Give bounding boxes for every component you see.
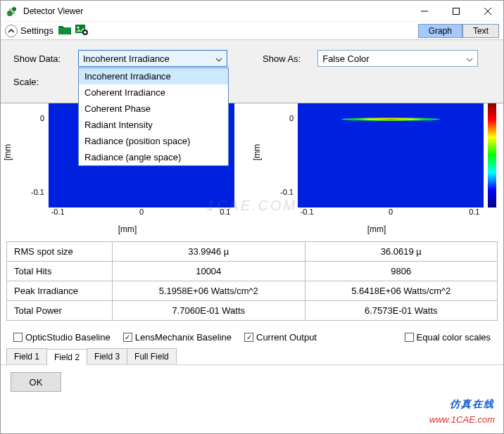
minimize-button[interactable]	[408, 1, 440, 22]
equal-color-scales-checkbox[interactable]: Equal color scales	[405, 332, 491, 343]
tick: 0	[139, 208, 144, 216]
show-data-combobox[interactable]: Incoherent Irradiance Incoherent Irradia…	[78, 50, 227, 67]
dropdown-option[interactable]: Incoherent Irradiance	[79, 68, 228, 84]
chevron-down-icon	[466, 53, 473, 64]
current-output-checkbox[interactable]: Current Output	[244, 332, 317, 343]
tick: 0	[289, 114, 294, 122]
show-as-label: Show As:	[263, 53, 301, 64]
tick: 0	[40, 114, 44, 122]
tick: -0.1	[51, 208, 65, 216]
show-as-value: False Color	[322, 53, 369, 64]
app-icon	[6, 6, 18, 17]
colorbar	[488, 102, 496, 208]
checkbox-label: LensMechanix Baseline	[135, 332, 232, 343]
tab-field-1[interactable]: Field 1	[6, 348, 47, 364]
show-data-label: Show Data:	[13, 53, 71, 64]
maximize-button[interactable]	[440, 1, 472, 22]
collapse-settings-button[interactable]	[5, 25, 18, 37]
show-data-dropdown: Incoherent Irradiance Coherent Irradianc…	[78, 68, 229, 166]
tick: 0	[389, 208, 393, 216]
svg-point-8	[77, 26, 79, 28]
row-val-1: 7.7060E-01 Watts	[113, 301, 305, 321]
row-val-2: 6.7573E-01 Watts	[305, 301, 498, 321]
x-ticks: -0.1 0 0.1	[49, 208, 234, 222]
tick: -0.1	[301, 208, 314, 216]
svg-rect-4	[453, 8, 459, 14]
x-axis-label: [mm]	[118, 224, 137, 234]
tab-graph[interactable]: Graph	[418, 24, 462, 38]
checkbox-label: Current Output	[256, 332, 317, 343]
tab-field-2[interactable]: Field 2	[46, 349, 87, 365]
dropdown-option[interactable]: Radiance (angle space)	[79, 149, 228, 165]
y-axis-label: [mm	[252, 144, 262, 160]
row-label: Total Power	[7, 301, 113, 321]
watermark-url: www.1CAE.com	[429, 414, 495, 425]
tick: 0.1	[469, 208, 479, 216]
row-val-1: 33.9946 µ	[113, 242, 305, 262]
row-val-1: 10004	[113, 262, 305, 281]
controls-panel: Show Data: Incoherent Irradiance Incoher…	[1, 40, 503, 103]
checkbox-box-icon	[123, 333, 132, 342]
window-title: Detector Viewer	[23, 6, 408, 16]
field-tabs: Field 1 Field 2 Field 3 Full Field	[1, 348, 503, 365]
tab-text[interactable]: Text	[462, 24, 499, 38]
irradiance-spot	[341, 117, 440, 121]
settings-label: Settings	[20, 25, 53, 36]
row-label: RMS spot size	[7, 242, 113, 262]
chevron-down-icon	[215, 53, 222, 64]
checkbox-box-icon	[13, 333, 23, 342]
checkbox-label: Equal color scales	[417, 332, 491, 343]
scale-label: Scale:	[13, 77, 71, 87]
tab-field-3[interactable]: Field 3	[87, 348, 127, 364]
heatmap-canvas	[298, 102, 484, 208]
row-label: Total Hits	[7, 262, 113, 281]
x-axis-label: [mm]	[367, 224, 386, 234]
titlebar: Detector Viewer	[1, 1, 503, 22]
results-table: RMS spot size 33.9946 µ 36.0619 µ Total …	[6, 241, 498, 321]
lensmechanix-baseline-checkbox[interactable]: LensMechanix Baseline	[123, 332, 232, 343]
ok-button[interactable]: OK	[11, 372, 61, 392]
row-label: Peak Irradiance	[7, 281, 113, 301]
dropdown-option[interactable]: Coherent Irradiance	[79, 84, 228, 101]
table-row: Total Power 7.7060E-01 Watts 6.7573E-01 …	[7, 301, 498, 321]
table-row: Total Hits 10004 9806	[7, 262, 498, 281]
tick: -0.1	[31, 188, 44, 196]
show-data-value: Incoherent Irradiance	[83, 53, 170, 64]
open-folder-icon[interactable]	[58, 23, 72, 39]
plots-area: [mm 0 -0.1 -0.1 0 0.1 [mm] [mm 0 -0.1 -0…	[1, 102, 503, 236]
y-ticks: 0 -0.1	[274, 102, 296, 208]
x-ticks: -0.1 0 0.1	[298, 208, 484, 222]
checkbox-label: OpticStudio Baseline	[25, 332, 111, 343]
tick: 0.1	[220, 208, 230, 216]
row-val-2: 9806	[305, 262, 498, 281]
row-val-1: 5.1958E+06 Watts/cm^2	[113, 281, 305, 301]
dropdown-option[interactable]: Radiance (position space)	[79, 133, 228, 149]
close-button[interactable]	[472, 1, 503, 22]
tick: -0.1	[280, 188, 294, 196]
dropdown-option[interactable]: Coherent Phase	[79, 101, 228, 117]
checkbox-row: OpticStudio Baseline LensMechanix Baseli…	[1, 326, 503, 348]
add-image-icon[interactable]	[75, 23, 89, 39]
settings-bar: Settings Graph Text	[1, 22, 503, 40]
checkbox-box-icon	[405, 333, 414, 342]
opticstudio-baseline-checkbox[interactable]: OpticStudio Baseline	[13, 332, 111, 343]
y-axis-label: [mm	[3, 144, 13, 160]
table-row: Peak Irradiance 5.1958E+06 Watts/cm^2 5.…	[7, 281, 498, 301]
plot-right: [mm 0 -0.1 -0.1 0 0.1 [mm]	[256, 102, 498, 236]
show-as-combobox[interactable]: False Color	[317, 50, 478, 67]
row-val-2: 36.0619 µ	[305, 242, 498, 262]
tab-full-field[interactable]: Full Field	[127, 348, 177, 364]
dropdown-option[interactable]: Radiant Intensity	[79, 117, 228, 133]
checkbox-box-icon	[244, 333, 253, 342]
y-ticks: 0 -0.1	[25, 102, 47, 208]
table-row: RMS spot size 33.9946 µ 36.0619 µ	[7, 242, 498, 262]
row-val-2: 5.6418E+06 Watts/cm^2	[305, 281, 498, 301]
watermark-text: 仿真在线	[450, 398, 495, 411]
